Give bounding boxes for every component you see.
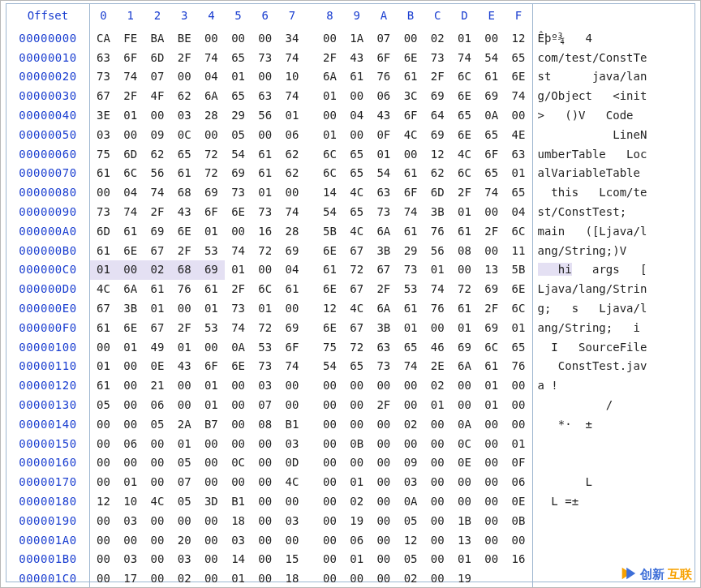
hex-cell[interactable]: 00	[198, 338, 225, 358]
hex-cell[interactable]: 00	[424, 512, 451, 531]
hex-cell[interactable]: 01	[171, 435, 198, 454]
hex-cell[interactable]: 00	[252, 260, 278, 280]
hex-cell[interactable]: 16	[252, 222, 278, 242]
ascii-cell[interactable]: alVariableTable	[532, 164, 695, 183]
hex-cell[interactable]: 00	[343, 396, 370, 415]
hex-cell[interactable]: 00	[343, 87, 370, 106]
hex-cell[interactable]: 2E	[424, 357, 451, 376]
hex-cell[interactable]: 19	[451, 569, 478, 588]
hex-cell[interactable]: 00	[225, 376, 252, 396]
hex-cell[interactable]: 00	[370, 453, 397, 473]
hex-cell[interactable]: 00	[370, 492, 397, 512]
hex-cell[interactable]: 74	[144, 183, 170, 203]
hex-cell[interactable]: 00	[451, 396, 478, 415]
hex-cell[interactable]: 00	[89, 531, 117, 551]
hex-cell[interactable]: 00	[171, 67, 198, 87]
hex-cell[interactable]: 01	[252, 183, 278, 203]
hex-cell[interactable]: 4E	[505, 126, 532, 145]
hex-cell[interactable]: 6C	[478, 338, 505, 358]
hex-cell[interactable]: 62	[278, 145, 305, 165]
hex-cell[interactable]: 01	[451, 29, 478, 49]
hex-cell[interactable]: 6C	[505, 299, 532, 319]
hex-cell[interactable]: 2F	[171, 319, 198, 338]
hex-cell[interactable]: 61	[478, 357, 505, 376]
hex-cell[interactable]: 08	[252, 415, 278, 435]
hex-cell[interactable]: 01	[316, 87, 343, 106]
table-row[interactable]: 00000010636F6D2F746573742F436F6E73745465…	[6, 49, 695, 68]
hex-cell[interactable]: 00	[316, 473, 343, 492]
table-row[interactable]: 000000F0616E672F537472696E673B0100016901…	[6, 319, 695, 338]
hex-cell[interactable]: 10	[117, 492, 144, 512]
hex-cell[interactable]: 00	[144, 435, 170, 454]
hex-cell[interactable]: 6C	[117, 164, 144, 183]
hex-cell[interactable]: 00	[144, 453, 170, 473]
hex-cell[interactable]: 2F	[451, 183, 478, 203]
hex-cell[interactable]: 20	[171, 531, 198, 551]
hex-cell[interactable]: 65	[343, 357, 370, 376]
hex-cell[interactable]: 61	[316, 260, 343, 280]
hex-cell[interactable]: 00	[505, 106, 532, 126]
hex-cell[interactable]: 00	[316, 512, 343, 531]
hex-cell[interactable]: 13	[478, 260, 505, 280]
hex-cell[interactable]: 00	[424, 531, 451, 551]
hex-cell[interactable]: 0C	[451, 435, 478, 454]
hex-cell[interactable]: 00	[316, 569, 343, 588]
hex-cell[interactable]: 3B	[370, 242, 397, 261]
table-row[interactable]: 0000012061002100010003000000000002000100…	[6, 376, 695, 396]
hex-cell[interactable]: 03	[117, 550, 144, 569]
table-row[interactable]: 000000C00100026869010004617267730100135B…	[6, 260, 695, 280]
hex-cell[interactable]: 1A	[343, 29, 370, 49]
table-row[interactable]: 00000170000100070000004C0001000300000006…	[6, 473, 695, 492]
hex-cell[interactable]: 69	[478, 319, 505, 338]
hex-cell[interactable]: 00	[225, 222, 252, 242]
hex-cell[interactable]: 6C	[316, 145, 343, 165]
hex-cell[interactable]: 02	[171, 569, 198, 588]
hex-cell[interactable]: 00	[225, 29, 252, 49]
ascii-cell[interactable]: LineN	[532, 126, 695, 145]
hex-cell[interactable]: 75	[89, 145, 117, 165]
ascii-cell[interactable]: g/Object <init	[532, 87, 695, 106]
hex-cell[interactable]: 00	[117, 357, 144, 376]
hex-cell[interactable]: 6A	[198, 87, 225, 106]
hex-cell[interactable]: 61	[89, 242, 117, 261]
hex-cell[interactable]: 2F	[171, 242, 198, 261]
hex-cell[interactable]: 6C	[451, 164, 478, 183]
hex-cell[interactable]: 17	[117, 569, 144, 588]
hex-cell[interactable]: 00	[451, 376, 478, 396]
hex-cell[interactable]: 18	[278, 569, 305, 588]
hex-cell[interactable]: 69	[278, 242, 305, 261]
hex-cell[interactable]: 00	[144, 531, 170, 551]
table-row[interactable]: 000000E0673B010001730100124C6A6176612F6C…	[6, 299, 695, 319]
hex-cell[interactable]: 69	[198, 183, 225, 203]
hex-cell[interactable]: 00	[252, 473, 278, 492]
hex-cell[interactable]: 18	[225, 512, 252, 531]
hex-cell[interactable]: 72	[252, 242, 278, 261]
hex-cell[interactable]: 6E	[171, 222, 198, 242]
offset-cell[interactable]: 00000170	[6, 473, 89, 492]
table-row[interactable]: 0000018012104C053DB100000002000A0000000E…	[6, 492, 695, 512]
hex-cell[interactable]: 03	[252, 376, 278, 396]
ascii-cell[interactable]: a !	[532, 376, 695, 396]
hex-cell[interactable]: 6E	[505, 67, 532, 87]
table-row[interactable]: 00000190000300000018000300190005001B000B	[6, 512, 695, 531]
hex-cell[interactable]: 00	[478, 492, 505, 512]
hex-cell[interactable]: 00	[198, 435, 225, 454]
hex-cell[interactable]: 06	[370, 87, 397, 106]
hex-cell[interactable]: 62	[144, 145, 170, 165]
hex-cell[interactable]: 02	[397, 569, 424, 588]
hex-cell[interactable]: 61	[89, 319, 117, 338]
hex-cell[interactable]: 6F	[397, 183, 424, 203]
hex-cell[interactable]: 0A	[225, 338, 252, 358]
hex-cell[interactable]: FE	[117, 29, 144, 49]
hex-cell[interactable]: 74	[278, 357, 305, 376]
hex-cell[interactable]: CA	[89, 29, 117, 49]
hex-cell[interactable]: 00	[424, 415, 451, 435]
hex-cell[interactable]: 04	[343, 106, 370, 126]
offset-cell[interactable]: 000000B0	[6, 242, 89, 261]
hex-cell[interactable]: 63	[370, 183, 397, 203]
hex-cell[interactable]: 00	[171, 299, 198, 319]
hex-cell[interactable]: 00	[505, 376, 532, 396]
hex-cell[interactable]: 0E	[144, 357, 170, 376]
hex-cell[interactable]: 00	[171, 376, 198, 396]
hex-cell[interactable]: 0E	[451, 453, 478, 473]
